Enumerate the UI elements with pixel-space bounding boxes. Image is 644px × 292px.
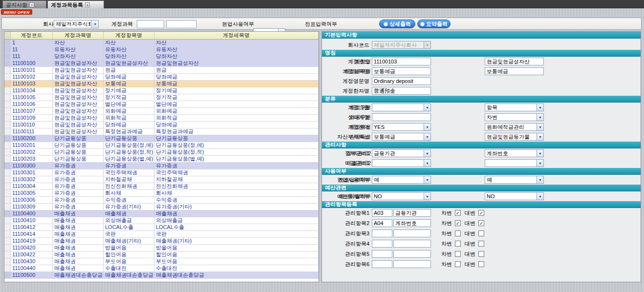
table-cell[interactable]: 전신전화채권 bbox=[104, 183, 154, 189]
table-cell[interactable]: 11100109 bbox=[11, 115, 53, 121]
mgmt-item-name-field[interactable]: 계좌번호 bbox=[393, 219, 431, 227]
company-select[interactable]: 제일저지주식회사 ▼ bbox=[54, 20, 99, 28]
table-cell[interactable]: 받을어음 bbox=[154, 245, 319, 251]
slip-entry-select[interactable]: 예▼ bbox=[485, 176, 544, 184]
profit-loss-select[interactable]: 현금및현금등가물▼ bbox=[485, 133, 544, 141]
table-row[interactable]: 11100100현금및현금성자산현금및현금성자산현금및현금성자산 bbox=[4, 60, 319, 67]
table-cell[interactable]: 지하철공채 bbox=[154, 176, 319, 183]
table-cell[interactable]: 유가증권 bbox=[53, 169, 104, 176]
table-cell[interactable]: 수익증권 bbox=[154, 197, 319, 203]
asset-liability-select[interactable]: 보통예금▼ bbox=[372, 133, 431, 141]
table-cell[interactable]: 현금및현금성자산 bbox=[53, 81, 104, 87]
mgmt-item-code-field[interactable]: A04 bbox=[372, 219, 392, 227]
row-selector-cell[interactable] bbox=[4, 74, 11, 80]
table-cell[interactable]: 유가증권(기타) bbox=[154, 204, 319, 210]
table-cell[interactable]: 전신전화채권 bbox=[154, 183, 319, 189]
chevron-down-icon[interactable]: ▼ bbox=[424, 133, 430, 140]
table-cell[interactable]: 보통예금 bbox=[154, 81, 319, 87]
table-cell[interactable]: 특정현금과예금 bbox=[104, 128, 154, 135]
credit-checkbox[interactable] bbox=[478, 261, 484, 267]
debit-checkbox[interactable] bbox=[455, 230, 461, 236]
mgmt-item-code-field[interactable] bbox=[372, 229, 392, 237]
table-row[interactable]: 11100410매출채권외상매출금외상매출금 bbox=[4, 217, 319, 224]
table-cell[interactable]: 매출채권 bbox=[154, 210, 319, 217]
table-cell[interactable]: 외상매출금 bbox=[104, 217, 154, 224]
chevron-down-icon[interactable]: ▼ bbox=[91, 21, 98, 28]
table-row[interactable]: 11100414매출채권국판국판 bbox=[4, 231, 319, 238]
budget-control-select[interactable]: NO▼ bbox=[372, 192, 431, 200]
item-name-field[interactable]: 보통예금 bbox=[372, 67, 431, 75]
table-cell[interactable]: 당좌예금 bbox=[104, 122, 154, 128]
table-cell[interactable]: 단기금융상품 bbox=[53, 156, 104, 162]
table-row[interactable]: 11100304유가증권전신전화채권전신전화채권 bbox=[4, 183, 319, 190]
table-row[interactable]: 11100203단기금융상품단기금융상품(별,예)단기금융상품(별,예) bbox=[4, 156, 319, 163]
table-row[interactable]: 111당좌자산당좌자산당좌자산 bbox=[4, 53, 319, 60]
tab-account-registration[interactable]: 계정과목등록× bbox=[47, 0, 104, 8]
table-cell[interactable]: 부도어음 bbox=[154, 258, 319, 265]
table-row[interactable]: 11100300유가증권유가증권유가증권 bbox=[4, 163, 319, 169]
table-cell[interactable]: 현금및현금성자산 bbox=[53, 128, 104, 135]
table-cell[interactable]: 현금및현금성자산 bbox=[53, 67, 104, 73]
table-cell[interactable]: 단기금융상품 bbox=[53, 142, 104, 148]
table-cell[interactable]: 현금및현금성자산 bbox=[53, 87, 104, 94]
table-cell[interactable]: 11100110 bbox=[11, 122, 53, 128]
table-cell[interactable]: 매출채권 bbox=[53, 251, 104, 258]
table-row[interactable]: 11100400매출채권매출채권매출채권 bbox=[4, 210, 319, 217]
chevron-down-icon[interactable]: ▼ bbox=[537, 114, 543, 121]
counter-account-field[interactable] bbox=[372, 113, 431, 121]
row-selector-cell[interactable] bbox=[4, 108, 11, 114]
mgmt-item-code-field[interactable] bbox=[372, 240, 392, 248]
table-cell[interactable]: 매출채권 bbox=[53, 238, 104, 244]
table-cell[interactable]: 유가증권 bbox=[53, 183, 104, 189]
account-type-select[interactable]: 항목▼ bbox=[485, 104, 544, 111]
chevron-down-icon[interactable]: ▼ bbox=[537, 124, 543, 130]
table-row[interactable]: 11100309유가증권유가증권(기타)유가증권(기타) bbox=[4, 204, 319, 210]
table-cell[interactable]: 11100101 bbox=[11, 67, 53, 73]
table-cell[interactable]: 11100106 bbox=[11, 101, 53, 107]
chevron-down-icon[interactable]: ▼ bbox=[424, 193, 430, 200]
chevron-down-icon[interactable]: ▼ bbox=[424, 104, 430, 111]
table-cell[interactable]: 외화예금 bbox=[104, 108, 154, 114]
table-cell[interactable]: 단기금융상품 bbox=[53, 149, 104, 155]
table-row[interactable]: 11100419매출채권매출채권(기타)매출채권(기타) bbox=[4, 238, 319, 245]
mgmt-item-name-field[interactable] bbox=[393, 260, 431, 268]
table-row[interactable]: 11100306유가증권수익증권수익증권 bbox=[4, 197, 319, 204]
table-cell[interactable]: 유가증권 bbox=[53, 197, 104, 203]
table-cell[interactable]: 수출대전 bbox=[104, 265, 154, 271]
mgmt-item-code-field[interactable] bbox=[372, 250, 392, 258]
table-cell[interactable]: 외화적금 bbox=[104, 115, 154, 121]
account-group-select[interactable]: ▼ bbox=[372, 104, 431, 111]
table-cell[interactable]: 유가증권 bbox=[53, 163, 104, 169]
table-row[interactable]: 11100420매출채권받을어음받을어음 bbox=[4, 245, 319, 251]
table-cell[interactable]: 매출채권(기타) bbox=[154, 238, 319, 244]
table-cell[interactable]: 현금및현금성자산 bbox=[53, 115, 104, 121]
table-cell[interactable]: 외상매출금 bbox=[154, 217, 319, 224]
row-selector-cell[interactable] bbox=[4, 115, 11, 121]
table-cell[interactable]: 매출채권 bbox=[53, 224, 104, 230]
table-row[interactable]: 11100302유가증권지하철공채지하철공채 bbox=[4, 176, 319, 183]
row-selector-cell[interactable] bbox=[4, 251, 11, 258]
close-icon[interactable]: × bbox=[29, 2, 34, 7]
table-cell[interactable]: 매출채권 bbox=[53, 245, 104, 251]
table-cell[interactable]: 11100422 bbox=[11, 251, 53, 258]
table-cell[interactable]: 현금 bbox=[154, 67, 319, 73]
hanja-name-field[interactable]: 普通預金 bbox=[372, 87, 431, 95]
row-selector-cell[interactable] bbox=[4, 204, 11, 210]
row-selector-cell[interactable] bbox=[4, 272, 11, 278]
account-balance-select[interactable]: YES▼ bbox=[372, 123, 431, 131]
row-selector-cell[interactable] bbox=[4, 183, 11, 189]
credit-checkbox[interactable] bbox=[478, 230, 484, 236]
table-cell[interactable]: 유가증권 bbox=[104, 163, 154, 169]
table-cell[interactable]: 국판 bbox=[104, 231, 154, 237]
row-selector-cell[interactable] bbox=[4, 197, 11, 203]
account-code-field[interactable]: 11100103 bbox=[372, 58, 431, 65]
table-cell[interactable]: 11100111 bbox=[11, 128, 53, 135]
field-use-select[interactable]: 예▼ bbox=[372, 176, 431, 184]
row-selector-cell[interactable] bbox=[4, 142, 11, 148]
row-selector-cell[interactable] bbox=[4, 176, 11, 183]
table-row[interactable]: 11100412매출채권LOCAL수출LOCAL수출 bbox=[4, 224, 319, 231]
row-selector-cell[interactable] bbox=[4, 128, 11, 135]
chevron-down-icon[interactable]: ▼ bbox=[537, 133, 543, 140]
mgmt-item-code-field[interactable] bbox=[372, 260, 392, 268]
table-cell[interactable]: 매출채권대손충당금 bbox=[154, 272, 319, 278]
